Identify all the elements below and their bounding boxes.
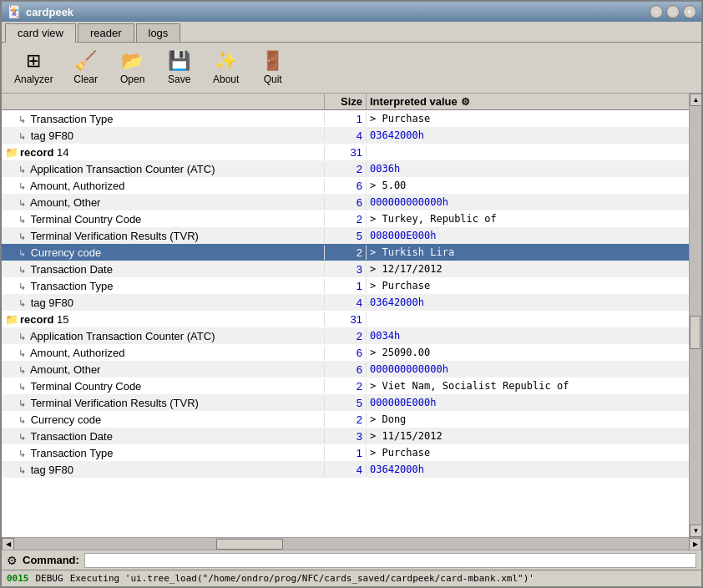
maximize-btn[interactable]: □ [666, 5, 680, 18]
row-size: 3 [325, 429, 367, 444]
status-level: DEBUG [36, 573, 63, 584]
titlebar-left: 🃏 cardpeek [7, 5, 73, 18]
table-row[interactable]: ↳ Currency code 2 > Turkish Lira [2, 244, 689, 261]
app-icon: 🃏 [7, 5, 21, 18]
child-arrow-icon: ↳ [18, 231, 26, 241]
child-arrow-icon: ↳ [18, 165, 26, 175]
row-value [367, 318, 689, 320]
tabs-bar: card view reader logs [2, 22, 701, 43]
child-arrow-icon: ↳ [18, 114, 26, 124]
table-row[interactable]: ↳ Transaction Type 1 > Purchase [2, 277, 689, 294]
about-button[interactable]: ✨ About [205, 46, 248, 89]
row-value: 0036h [367, 162, 689, 175]
row-name-text: Terminal Country Code [30, 380, 141, 393]
tree-table[interactable]: Size Interpreted value ⚙ ↳ Transaction T… [2, 94, 689, 537]
titlebar: 🃏 cardpeek − □ × [2, 2, 701, 22]
save-button[interactable]: 💾 Save [158, 46, 201, 89]
row-name-text: Application Transaction Counter (ATC) [30, 330, 215, 342]
row-size: 6 [325, 346, 367, 360]
folder-icon: 📁 [5, 146, 18, 159]
row-name: ↳ Terminal Verification Results (TVR) [2, 229, 325, 243]
table-row[interactable]: ↳ Transaction Type 1 > Purchase [2, 110, 689, 127]
close-btn[interactable]: × [683, 5, 696, 18]
row-name: ↳ Amount, Other [2, 362, 325, 377]
row-value: 000000000000h [367, 362, 689, 376]
table-row[interactable]: ↳ Terminal Country Code 2 > Viet Nam, So… [2, 378, 689, 394]
open-button[interactable]: 📂 Open [111, 46, 154, 89]
table-row[interactable]: 📁 record 15 31 [2, 311, 689, 327]
row-value: > Purchase [367, 112, 689, 125]
col-header-value-text: Interpreted value [370, 95, 458, 108]
table-row[interactable]: ↳ Amount, Other 6 000000000000h [2, 194, 689, 210]
table-row[interactable]: ↳ tag 9F80 4 03642000h [2, 127, 689, 144]
minimize-btn[interactable]: − [650, 5, 663, 18]
row-size: 3 [325, 262, 367, 276]
child-arrow-icon: ↳ [18, 398, 26, 408]
row-name-text: Terminal Country Code [30, 213, 141, 226]
table-row[interactable]: ↳ Application Transaction Counter (ATC) … [2, 327, 689, 344]
table-row[interactable]: ↳ Transaction Date 3 > 11/15/2012 [2, 428, 689, 444]
settings-icon[interactable]: ⚙ [461, 96, 470, 108]
tree-container: Size Interpreted value ⚙ ↳ Transaction T… [2, 94, 701, 537]
clear-button[interactable]: 🧹 Clear [64, 46, 108, 89]
child-arrow-icon: ↳ [18, 131, 26, 141]
table-row[interactable]: ↳ tag 9F80 4 03642000h [2, 294, 689, 311]
analyzer-button[interactable]: ⊞ Analyzer [7, 46, 61, 89]
tab-card-view[interactable]: card view [5, 23, 76, 43]
row-name: ↳ Amount, Authorized [2, 179, 325, 193]
row-value: > Purchase [367, 446, 689, 459]
hscroll-track[interactable] [14, 538, 689, 550]
scroll-up-button[interactable]: ▲ [690, 94, 701, 106]
titlebar-icons: − □ × [650, 5, 696, 18]
table-row[interactable]: ↳ Application Transaction Counter (ATC) … [2, 160, 689, 177]
row-value: > Turkish Lira [367, 246, 689, 259]
table-row[interactable]: 📁 record 14 31 [2, 144, 689, 160]
table-row[interactable]: ↳ Amount, Other 6 000000000000h [2, 361, 689, 378]
row-name: ↳ Terminal Country Code [2, 212, 325, 226]
hscroll-thumb[interactable] [216, 539, 283, 550]
command-input[interactable] [84, 553, 696, 568]
row-value: > Dong [367, 413, 689, 426]
scroll-left-button[interactable]: ◀ [2, 538, 14, 550]
scroll-track[interactable] [690, 106, 701, 525]
row-value: 000000000000h [367, 195, 689, 209]
child-arrow-icon: ↳ [18, 198, 26, 208]
row-name: ↳ Terminal Verification Results (TVR) [2, 396, 325, 410]
col-header-value: Interpreted value ⚙ [367, 94, 689, 109]
child-arrow-icon: ↳ [18, 265, 26, 275]
table-row[interactable]: ↳ Terminal Verification Results (TVR) 5 … [2, 227, 689, 244]
analyzer-label: Analyzer [14, 74, 53, 85]
table-row[interactable]: ↳ Terminal Verification Results (TVR) 5 … [2, 394, 689, 411]
row-name-text: tag 9F80 [31, 464, 73, 476]
table-row[interactable]: ↳ Amount, Authorized 6 > 5.00 [2, 177, 689, 194]
table-row[interactable]: ↳ Transaction Date 3 > 12/17/2012 [2, 261, 689, 277]
scroll-thumb[interactable] [690, 316, 700, 349]
row-name: ↳ Currency code [2, 246, 325, 260]
table-row[interactable]: ↳ Terminal Country Code 2 > Turkey, Repu… [2, 210, 689, 227]
row-size: 4 [325, 463, 367, 477]
row-value: > Purchase [367, 279, 689, 292]
tab-logs[interactable]: logs [136, 23, 181, 42]
vertical-scrollbar[interactable]: ▲ ▼ [689, 94, 701, 537]
row-size: 1 [325, 446, 367, 460]
scroll-down-button[interactable]: ▼ [690, 525, 701, 537]
table-row[interactable]: ↳ Transaction Type 1 > Purchase [2, 444, 689, 461]
window-title: cardpeek [26, 6, 73, 18]
status-bar: 0015 DEBUG Executing 'ui.tree_load("/hom… [2, 570, 701, 586]
table-row[interactable]: ↳ Currency code 2 > Dong [2, 411, 689, 428]
quit-button[interactable]: 🚪 Quit [251, 46, 295, 89]
row-name-text: Amount, Authorized [30, 180, 124, 192]
row-name-text: tag 9F80 [31, 297, 73, 309]
tree-header: Size Interpreted value ⚙ [2, 94, 689, 110]
table-row[interactable]: ↳ Amount, Authorized 6 > 25090.00 [2, 344, 689, 361]
horizontal-scrollbar[interactable]: ◀ ▶ [2, 537, 701, 550]
table-row[interactable]: ↳ tag 9F80 4 03642000h [2, 461, 689, 478]
row-value: 03642000h [367, 296, 689, 309]
scroll-right-button[interactable]: ▶ [689, 538, 701, 550]
row-value: > 11/15/2012 [367, 429, 689, 443]
child-arrow-icon: ↳ [18, 281, 26, 291]
row-name-text: record 14 [20, 146, 69, 159]
child-arrow-icon: ↳ [18, 298, 26, 308]
row-value: 03642000h [367, 463, 689, 476]
tab-reader[interactable]: reader [78, 23, 134, 42]
